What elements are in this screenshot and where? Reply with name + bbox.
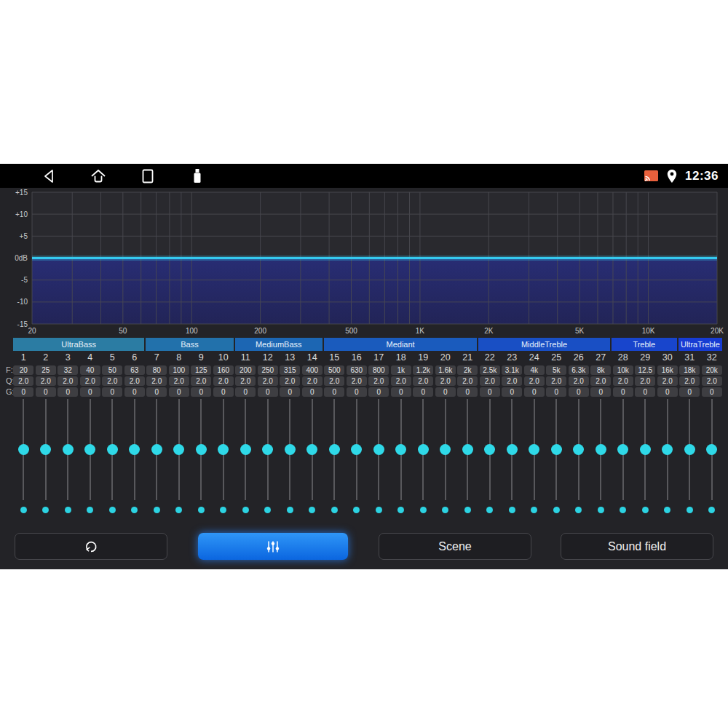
- gain-slider-band-11[interactable]: [234, 399, 257, 518]
- band-q-value: 2.0: [413, 376, 433, 386]
- gain-slider-band-3[interactable]: [57, 399, 79, 518]
- slider-knob[interactable]: [529, 444, 539, 455]
- slider-knob[interactable]: [196, 444, 207, 455]
- band-number-value: 1: [21, 352, 26, 363]
- gain-slider-band-28[interactable]: [612, 399, 635, 518]
- gain-slider-band-20[interactable]: [435, 399, 457, 518]
- slider-knob[interactable]: [551, 444, 562, 455]
- gain-slider-band-24[interactable]: [523, 399, 546, 518]
- slider-knob[interactable]: [173, 444, 184, 455]
- recents-icon[interactable]: [140, 168, 156, 184]
- band-frequency-22: 2.5k: [479, 365, 502, 376]
- band-q-7: 2.0: [146, 376, 168, 387]
- gain-slider-band-13[interactable]: [279, 399, 301, 518]
- action-bar: Scene Sound field: [0, 533, 728, 560]
- band-gain-4: 0: [79, 387, 102, 397]
- slider-knob[interactable]: [151, 444, 162, 455]
- slider-knob[interactable]: [240, 444, 251, 455]
- gain-slider-band-4[interactable]: [79, 399, 102, 518]
- slider-knob[interactable]: [107, 444, 118, 455]
- slider-knob[interactable]: [484, 444, 495, 455]
- gain-slider-band-30[interactable]: [657, 399, 679, 518]
- slider-knob[interactable]: [418, 444, 429, 455]
- band-gain-9: 0: [190, 387, 213, 397]
- slider-knob[interactable]: [84, 444, 95, 455]
- slider-knob[interactable]: [285, 444, 296, 455]
- gain-slider-band-2[interactable]: [35, 399, 58, 518]
- home-icon[interactable]: [90, 168, 106, 184]
- band-number-row: 1234567891011121314151617181920212223242…: [12, 352, 723, 363]
- svg-text:200: 200: [254, 327, 266, 335]
- band-frequency-value: 12.5: [635, 365, 655, 375]
- gain-slider-band-1[interactable]: [12, 399, 35, 518]
- band-gain-value: 0: [146, 387, 167, 397]
- slider-knob[interactable]: [596, 444, 606, 455]
- slider-knob[interactable]: [573, 444, 584, 455]
- gain-slider-band-12[interactable]: [257, 399, 280, 518]
- band-frequency-value: 6.3k: [569, 365, 589, 375]
- slider-knob[interactable]: [40, 444, 51, 455]
- slider-knob[interactable]: [462, 444, 473, 455]
- gain-slider-band-7[interactable]: [146, 399, 168, 518]
- band-dot-indicator: [220, 507, 226, 513]
- band-gain-26: 0: [568, 387, 590, 397]
- slider-knob[interactable]: [129, 444, 140, 455]
- gain-slider-band-14[interactable]: [301, 399, 324, 518]
- slider-knob[interactable]: [706, 444, 717, 455]
- gain-slider-band-6[interactable]: [124, 399, 146, 518]
- slider-knob[interactable]: [351, 444, 362, 455]
- usb-icon[interactable]: [189, 168, 205, 184]
- band-number-value: 5: [110, 352, 115, 363]
- slider-knob[interactable]: [684, 444, 695, 455]
- band-frequency-26: 6.3k: [568, 365, 590, 376]
- slider-knob[interactable]: [63, 444, 74, 455]
- gain-slider-band-31[interactable]: [678, 399, 701, 518]
- slider-knob[interactable]: [640, 444, 651, 455]
- band-number-1: 1: [12, 352, 35, 363]
- gain-slider-band-18[interactable]: [390, 399, 413, 518]
- slider-knob[interactable]: [440, 444, 451, 455]
- gain-slider-band-15[interactable]: [323, 399, 346, 518]
- gain-slider-band-27[interactable]: [590, 399, 612, 518]
- gain-slider-band-25[interactable]: [545, 399, 568, 518]
- slider-knob[interactable]: [262, 444, 273, 455]
- gain-slider-band-16[interactable]: [346, 399, 368, 518]
- slider-knob[interactable]: [617, 444, 628, 455]
- slider-knob[interactable]: [373, 444, 384, 455]
- gain-slider-band-22[interactable]: [479, 399, 502, 518]
- band-gain-value: 0: [102, 387, 122, 397]
- reset-button[interactable]: [15, 533, 167, 560]
- equalizer-button[interactable]: [198, 533, 348, 560]
- sound-field-button[interactable]: Sound field: [561, 533, 713, 560]
- slider-knob[interactable]: [306, 444, 317, 455]
- svg-text:1K: 1K: [416, 327, 425, 335]
- slider-knob[interactable]: [395, 444, 406, 455]
- slider-knob[interactable]: [662, 444, 673, 455]
- band-q-value: 2.0: [36, 376, 56, 386]
- band-q-16: 2.0: [346, 376, 368, 387]
- gain-slider-band-9[interactable]: [190, 399, 213, 518]
- gain-slider-band-26[interactable]: [568, 399, 590, 518]
- band-gain-value: 0: [657, 387, 678, 397]
- gain-slider-band-32[interactable]: [701, 399, 724, 518]
- band-dot-indicator: [531, 507, 537, 513]
- gain-slider-band-23[interactable]: [501, 399, 523, 518]
- band-frequency-value: 40: [80, 365, 100, 375]
- band-dot-indicator: [198, 507, 205, 513]
- slider-knob[interactable]: [507, 444, 518, 455]
- band-gain-5: 0: [101, 387, 124, 397]
- scene-button[interactable]: Scene: [379, 533, 531, 560]
- slider-knob[interactable]: [218, 444, 229, 455]
- band-q-25: 2.0: [545, 376, 568, 387]
- gain-slider-band-17[interactable]: [368, 399, 390, 518]
- band-gain-2: 0: [35, 387, 58, 397]
- slider-knob[interactable]: [329, 444, 340, 455]
- gain-slider-band-21[interactable]: [456, 399, 479, 518]
- gain-slider-band-19[interactable]: [412, 399, 435, 518]
- slider-knob[interactable]: [18, 444, 29, 455]
- gain-slider-band-10[interactable]: [213, 399, 235, 518]
- gain-slider-band-29[interactable]: [634, 399, 657, 518]
- gain-slider-band-8[interactable]: [168, 399, 191, 518]
- back-icon[interactable]: [41, 168, 57, 184]
- gain-slider-band-5[interactable]: [101, 399, 124, 518]
